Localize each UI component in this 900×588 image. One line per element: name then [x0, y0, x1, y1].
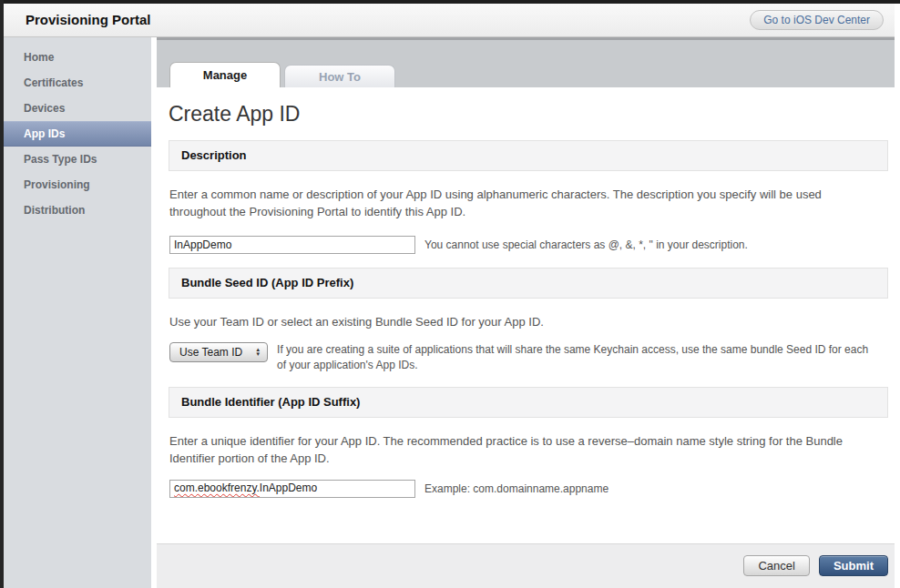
- bundle-seed-hint: If you are creating a suite of applicati…: [277, 342, 878, 373]
- sidebar-item-home[interactable]: Home: [4, 45, 151, 70]
- bundle-identifier-body-text: Enter a unique identifier for your App I…: [169, 432, 880, 467]
- tab-manage[interactable]: Manage: [169, 62, 281, 87]
- bundle-identifier-misspelled-text: com.ebookfrenzy.: [174, 482, 260, 494]
- sidebar-item-devices[interactable]: Devices: [4, 96, 151, 121]
- description-hint: You cannot use special characters as @, …: [424, 238, 748, 253]
- section-header-bundle-identifier: Bundle Identifier (App ID Suffix): [169, 387, 888, 418]
- bundle-seed-select[interactable]: Use Team ID ▲▼: [169, 342, 268, 362]
- header: Provisioning Portal Go to iOS Dev Center: [4, 4, 895, 37]
- section-header-bundle-seed-id: Bundle Seed ID (App ID Prefix): [169, 268, 888, 299]
- bundle-seed-body-text: Use your Team ID or select an existing B…: [169, 313, 880, 330]
- tab-strip: Manage How To: [157, 37, 895, 87]
- sidebar-item-certificates[interactable]: Certificates: [4, 70, 151, 96]
- tab-how-to[interactable]: How To: [284, 65, 395, 87]
- sidebar-item-pass-type-ids[interactable]: Pass Type IDs: [4, 147, 151, 172]
- app-title: Provisioning Portal: [26, 4, 151, 36]
- sidebar-item-provisioning[interactable]: Provisioning: [4, 172, 151, 198]
- sidebar: Home Certificates Devices App IDs Pass T…: [4, 37, 151, 588]
- description-body-text: Enter a common name or description of yo…: [169, 186, 880, 220]
- page-title: Create App ID: [169, 102, 888, 127]
- main-panel: Manage How To Create App ID Description …: [157, 37, 895, 588]
- description-input[interactable]: [169, 236, 415, 254]
- bundle-identifier-input[interactable]: com.ebookfrenzy.InAppDemo: [169, 480, 415, 498]
- sidebar-item-app-ids[interactable]: App IDs: [4, 121, 151, 147]
- bundle-identifier-hint: Example: com.domainname.appname: [424, 482, 609, 497]
- bundle-seed-select-value: Use Team ID: [179, 346, 242, 359]
- provisioning-portal-window: Provisioning Portal Go to iOS Dev Center…: [4, 4, 895, 588]
- go-to-ios-dev-center-button[interactable]: Go to iOS Dev Center: [750, 10, 884, 30]
- footer-bar: Cancel Submit: [157, 543, 895, 588]
- bundle-identifier-rest-text: InAppDemo: [260, 482, 317, 494]
- cancel-button[interactable]: Cancel: [743, 555, 809, 576]
- content-area: Create App ID Description Enter a common…: [157, 87, 895, 543]
- tabs: Manage How To: [169, 62, 395, 87]
- section-header-description: Description: [169, 140, 888, 171]
- sidebar-item-distribution[interactable]: Distribution: [4, 198, 151, 223]
- select-stepper-icon: ▲▼: [255, 348, 261, 357]
- submit-button[interactable]: Submit: [819, 555, 888, 576]
